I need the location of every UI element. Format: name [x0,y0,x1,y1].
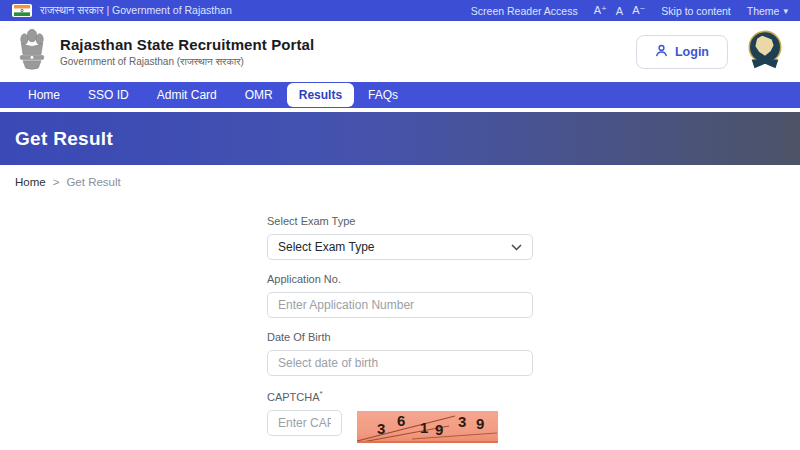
government-label: राजस्थान सरकार | Government of Rajasthan [40,4,232,17]
portal-title: Rajasthan State Recruitment Portal [60,36,314,53]
font-increase-button[interactable]: A⁺ [594,4,607,17]
dob-label: Date Of Birth [267,331,533,343]
breadcrumb-home[interactable]: Home [15,176,46,188]
caret-down-icon: ▾ [783,6,788,16]
screen-reader-access-link[interactable]: Screen Reader Access [471,5,578,17]
india-flag-icon [12,4,32,17]
portal-subtitle: Government of Rajasthan (राजस्थान सरकार) [60,56,314,68]
captcha-digit: 6 [397,412,405,429]
nav-item-faqs[interactable]: FAQs [354,83,412,107]
captcha-digit: 3 [458,413,466,430]
nav-item-omr[interactable]: OMR [231,83,287,107]
main-navigation: Home SSO ID Admit Card OMR Results FAQs [0,82,800,108]
nav-item-sso-id[interactable]: SSO ID [74,83,143,107]
nav-item-home[interactable]: Home [14,83,74,107]
exam-type-selected-value: Select Exam Type [278,240,375,254]
nav-item-results[interactable]: Results [287,83,354,107]
captcha-label: CAPTCHA* [267,389,533,403]
captcha-digit: 9 [476,415,484,432]
login-label: Login [675,45,709,59]
masthead: Rajasthan State Recruitment Portal Gover… [0,21,800,82]
top-utility-bar: राजस्थान सरकार | Government of Rajasthan… [0,0,800,21]
user-icon [655,44,668,60]
captcha-input[interactable] [267,410,342,436]
page-title: Get Result [15,128,113,150]
page-banner: Get Result [0,112,800,165]
nav-item-admit-card[interactable]: Admit Card [143,83,231,107]
brand: Rajasthan State Recruitment Portal Gover… [14,27,314,77]
chevron-down-icon [511,240,522,254]
font-normal-button[interactable]: A [616,5,623,17]
required-asterisk: * [320,389,323,398]
captcha-digit: 9 [435,421,443,438]
font-decrease-button[interactable]: A⁻ [632,4,645,17]
application-no-label: Application No. [267,273,533,285]
breadcrumb: Home > Get Result [0,165,800,188]
application-no-input[interactable] [267,292,533,318]
dob-input[interactable] [267,350,533,376]
theme-label: Theme [747,5,780,17]
exam-type-label: Select Exam Type [267,215,533,227]
captcha-digit: 1 [420,419,428,436]
rssb-seal-logo [744,28,786,76]
login-button[interactable]: Login [636,35,728,69]
breadcrumb-current: Get Result [66,176,120,188]
skip-to-content-link[interactable]: Skip to content [661,5,730,17]
india-emblem-icon [14,27,50,77]
get-result-form: Select Exam Type Select Exam Type Applic… [267,215,533,443]
captcha-digit: 3 [377,420,385,437]
exam-type-select[interactable]: Select Exam Type [267,234,533,260]
captcha-image: 3 6 1 9 3 9 [357,411,498,443]
breadcrumb-separator: > [53,176,60,188]
theme-dropdown[interactable]: Theme ▾ [747,5,788,17]
